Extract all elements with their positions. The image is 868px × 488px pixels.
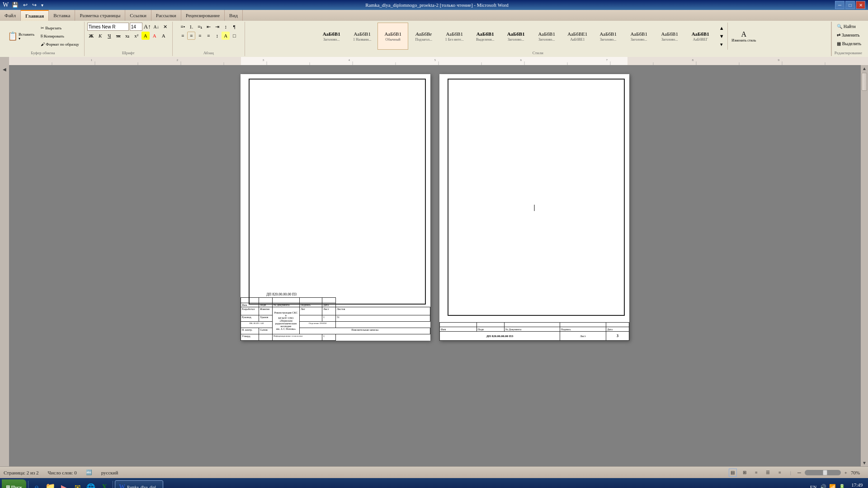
italic-button[interactable]: К xyxy=(96,32,104,40)
language-indicator[interactable]: русский xyxy=(101,470,118,475)
scroll-down-arrow[interactable]: ▼ xyxy=(861,460,868,466)
highlight-button[interactable]: A xyxy=(142,32,150,40)
zoom-out-button[interactable]: ─ xyxy=(797,470,801,475)
copy-button[interactable]: ⎘ Копировать xyxy=(38,33,81,40)
page-2[interactable]: Фам Подп № Документа Подпись Дата ДП 820… xyxy=(439,74,629,341)
sort-button[interactable]: ↕ xyxy=(222,23,230,31)
view-draft-button[interactable]: ≡ xyxy=(776,469,784,477)
styles-expand[interactable]: ▾ xyxy=(717,40,726,48)
strikethrough-button[interactable]: зк xyxy=(114,32,123,40)
text-cursor[interactable] xyxy=(534,203,535,211)
styles-scroll-up[interactable]: ▲ xyxy=(717,24,726,32)
bold-button[interactable]: Ж xyxy=(87,32,95,40)
scroll-thumb[interactable] xyxy=(862,73,867,91)
style-heading4[interactable]: АаБбВ1 Заголово... xyxy=(593,23,623,50)
clock[interactable]: 17:49 01.06.2015 xyxy=(848,482,867,488)
battery-icon[interactable]: 🔋 xyxy=(839,484,845,488)
zoom-in-button[interactable]: + xyxy=(844,470,847,475)
scroll-up-arrow[interactable]: ▲ xyxy=(861,65,868,72)
zoom-level[interactable]: 70% xyxy=(851,470,864,475)
underline-button[interactable]: Ч xyxy=(105,32,113,40)
border-button[interactable]: □ xyxy=(230,32,238,40)
maximize-button[interactable]: □ xyxy=(845,1,855,9)
font-size-input[interactable] xyxy=(130,23,142,31)
taskbar-excel[interactable]: X xyxy=(98,481,111,488)
view-web-button[interactable]: ≡ xyxy=(752,469,760,477)
style-heading6[interactable]: АаБбВ1 Заголово... xyxy=(654,23,685,50)
tab-insert[interactable]: Вставка xyxy=(49,10,75,21)
tab-references[interactable]: Ссылки xyxy=(125,10,151,21)
subscript-button[interactable]: x₂ xyxy=(123,32,132,40)
network-icon[interactable]: 📶 xyxy=(829,484,836,488)
numbering-button[interactable]: 1. xyxy=(187,23,195,31)
style-title[interactable]: АаБбВ1 1 Названи... xyxy=(347,23,377,50)
zoom-thumb[interactable] xyxy=(823,470,827,475)
taskbar-word-active[interactable]: W Ramka_dlya_dipl... xyxy=(115,480,163,488)
zoom-slider[interactable] xyxy=(805,470,841,475)
style-custom1[interactable]: АаБбВЕ1 АаБбВЕ1 xyxy=(562,23,593,50)
taskbar-ie[interactable]: e xyxy=(30,481,43,488)
align-right-button[interactable]: ≡ xyxy=(196,32,204,40)
format-painter-button[interactable]: 🖌 Формат по образцу xyxy=(38,41,81,48)
taskbar-mail[interactable]: ✉ xyxy=(71,481,84,488)
style-custom2[interactable]: АаБбВ1 АаБбВЕГ xyxy=(685,23,716,50)
cut-button[interactable]: ✂ Вырезать xyxy=(38,24,81,32)
justify-button[interactable]: ≡ xyxy=(204,32,212,40)
font-name-input[interactable] xyxy=(87,23,129,31)
show-marks-button[interactable]: ¶ xyxy=(230,23,238,31)
clear-format-button[interactable]: ✕ xyxy=(161,23,170,31)
decrease-indent-button[interactable]: ⇤ xyxy=(204,23,212,31)
line-spacing-button[interactable]: ↕ xyxy=(213,32,221,40)
replace-button[interactable]: ⇄ Заменить xyxy=(835,31,863,39)
change-styles-button[interactable]: A Изменить стиль xyxy=(727,23,760,50)
select-button[interactable]: ▦ Выделить xyxy=(835,40,863,47)
shading-button[interactable]: A xyxy=(222,32,230,40)
lang-indicator[interactable]: EN xyxy=(810,484,817,488)
bullets-button[interactable]: ≡• xyxy=(179,23,187,31)
taskbar-explorer[interactable]: 📁 xyxy=(44,481,57,488)
right-scrollbar[interactable]: ▲ ▼ xyxy=(861,65,868,466)
start-button[interactable]: ⊞ Пуск xyxy=(2,479,26,488)
align-left-button[interactable]: ≡ xyxy=(179,32,187,40)
style-nospace[interactable]: АаБбВ1 1 Без инте... xyxy=(439,23,470,50)
font-shrink-button[interactable]: A↓ xyxy=(152,23,160,31)
tab-view[interactable]: Вид xyxy=(225,10,243,21)
quick-redo[interactable]: ↪ xyxy=(31,1,38,9)
style-heading2[interactable]: АаБбВ1 Заголово... xyxy=(500,23,531,50)
paste-button[interactable]: 📋 Вставить ▾ xyxy=(5,30,38,43)
clipboard-group: 📋 Вставить ▾ ✂ Вырезать ⎘ Копировать 🖌 Ф… xyxy=(2,22,85,56)
font-color-button[interactable]: A xyxy=(151,32,159,40)
close-button[interactable]: ✕ xyxy=(856,1,865,9)
tab-home[interactable]: Главная xyxy=(21,10,49,21)
multilevel-button[interactable]: ≡₁ xyxy=(196,23,204,31)
quick-undo[interactable]: ↩ xyxy=(22,1,29,9)
view-fullscreen-button[interactable]: ⊞ xyxy=(741,469,749,477)
spell-check-icon[interactable]: 🔤 xyxy=(86,469,92,475)
quick-save[interactable]: 💾 xyxy=(10,1,20,9)
style-heading3[interactable]: АаБбВ1 Заголово... xyxy=(531,23,562,50)
tab-layout[interactable]: Разметка страницы xyxy=(75,10,125,21)
style-heading5[interactable]: АаБбВ1 Заголово... xyxy=(623,23,654,50)
tab-review[interactable]: Рецензирование xyxy=(181,10,225,21)
text-effects-button[interactable]: A xyxy=(160,32,168,40)
sidebar-expand-icon[interactable]: ◀ xyxy=(3,67,6,72)
tab-mailings[interactable]: Рассылки xyxy=(151,10,181,21)
style-normal[interactable]: АаБбВ1 Обычный xyxy=(377,23,408,50)
style-emphasis[interactable]: АаБбВ1 Выделени... xyxy=(470,23,500,50)
increase-indent-button[interactable]: ⇥ xyxy=(213,23,221,31)
view-print-button[interactable]: ▤ xyxy=(729,469,737,477)
taskbar-media[interactable]: ▶ xyxy=(57,481,70,488)
superscript-button[interactable]: x² xyxy=(132,32,141,40)
minimize-button[interactable]: ─ xyxy=(835,1,844,9)
style-heading1[interactable]: АаБбВ1 Заголово... xyxy=(316,23,347,50)
taskbar-firefox[interactable]: 🌐 xyxy=(85,481,97,488)
font-grow-button[interactable]: A↑ xyxy=(143,23,151,31)
view-outline-button[interactable]: ☰ xyxy=(764,469,772,477)
document-area[interactable]: ДП 820.00.00.00 ПЗ Фам xyxy=(9,65,861,466)
tab-file[interactable]: Файл xyxy=(0,10,21,21)
style-subtitle[interactable]: АаБбВе Подзагол... xyxy=(408,23,439,50)
speaker-icon[interactable]: 🔊 xyxy=(820,484,826,488)
align-center-button[interactable]: ≡ xyxy=(187,32,195,40)
styles-scroll-down[interactable]: ▼ xyxy=(717,32,726,40)
find-button[interactable]: 🔍 Найти xyxy=(835,23,863,30)
